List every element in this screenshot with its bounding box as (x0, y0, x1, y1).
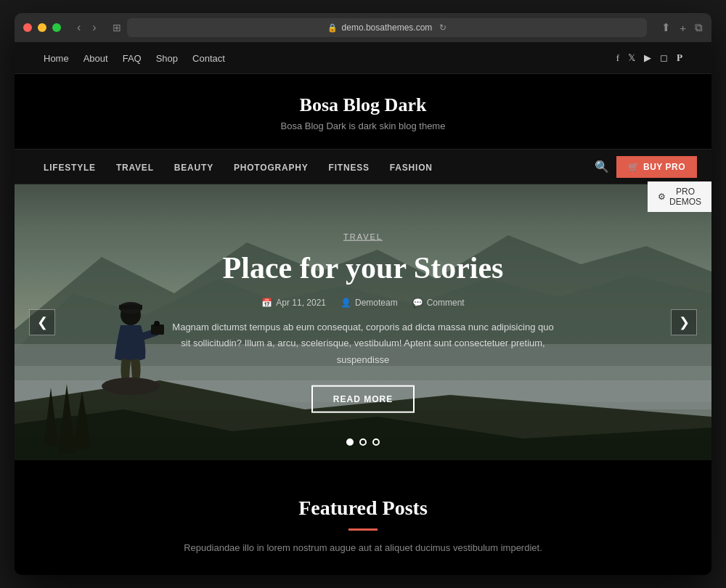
search-button[interactable]: 🔍 (595, 160, 609, 173)
hero-date: 📅 Apr 11, 2021 (261, 298, 326, 308)
top-navigation: Home About FAQ Shop Contact f 𝕏 ▶ ◻ 𝐏 (15, 42, 711, 74)
back-button[interactable]: ‹ (73, 20, 85, 36)
site-header: Bosa Blog Dark Bosa Blog Dark is dark sk… (15, 74, 711, 150)
hero-title: Place for your Stories (145, 250, 581, 286)
category-navigation: LIFESTYLE TRAVEL BEAUTY PHOTOGRAPHY FITN… (15, 150, 711, 184)
category-links: LIFESTYLE TRAVEL BEAUTY PHOTOGRAPHY FITN… (44, 160, 433, 173)
instagram-icon[interactable]: ◻ (660, 52, 668, 64)
site-title: Bosa Blog Dark (44, 94, 682, 116)
lock-icon: 🔒 (327, 23, 338, 33)
slider-next-arrow[interactable]: ❯ (671, 309, 697, 335)
gear-icon: ⚙ (658, 192, 666, 202)
browser-window: ‹ › ⊞ 🔒 demo.bosathemes.com ↻ ⬆ + ⧉ Home… (15, 13, 711, 575)
browser-toolbar-right: ⬆ + ⧉ (661, 21, 703, 34)
pinterest-icon[interactable]: 𝐏 (677, 52, 682, 64)
hero-author: 👤 Demoteam (340, 298, 398, 308)
forward-button[interactable]: › (88, 20, 100, 36)
featured-posts-title: Featured Posts (44, 497, 682, 520)
site-tagline: Bosa Blog Dark is dark skin blog theme (44, 121, 682, 131)
address-text: demo.bosathemes.com (342, 23, 433, 33)
maximize-button[interactable] (52, 23, 61, 32)
nav-faq[interactable]: FAQ (123, 53, 142, 64)
cart-icon: 🛒 (628, 162, 640, 172)
featured-divider (348, 528, 378, 531)
browser-titlebar: ‹ › ⊞ 🔒 demo.bosathemes.com ↻ ⬆ + ⧉ (15, 13, 711, 42)
pro-demos-button[interactable]: ⚙ PRO DEMOS (648, 181, 711, 212)
slider-dot-3[interactable] (372, 438, 380, 446)
close-button[interactable] (23, 23, 32, 32)
window-icon: ⊞ (113, 22, 121, 34)
slider-dot-2[interactable] (359, 438, 367, 446)
hero-category[interactable]: TRAVEL (145, 232, 581, 241)
top-nav-links: Home About FAQ Shop Contact (44, 52, 225, 65)
minimize-button[interactable] (38, 23, 46, 32)
tabs-button[interactable]: ⧉ (695, 21, 703, 34)
address-bar[interactable]: 🔒 demo.bosathemes.com ↻ (127, 18, 648, 37)
pro-demos-label: PRO DEMOS (669, 187, 701, 207)
buy-pro-label: BUY PRO (643, 162, 685, 172)
calendar-icon: 📅 (261, 298, 272, 308)
cat-photography[interactable]: PHOTOGRAPHY (234, 163, 309, 173)
cat-travel[interactable]: TRAVEL (116, 163, 154, 173)
featured-description: Repudiandae illo in lorem nostrum augue … (182, 542, 544, 553)
social-icons: f 𝕏 ▶ ◻ 𝐏 (616, 52, 682, 64)
nav-about[interactable]: About (83, 53, 108, 64)
hero-content: TRAVEL Place for your Stories 📅 Apr 11, … (145, 232, 581, 413)
cat-lifestyle[interactable]: LIFESTYLE (44, 163, 96, 173)
slider-dot-1[interactable] (346, 438, 354, 446)
nav-contact[interactable]: Contact (192, 53, 225, 64)
hero-meta: 📅 Apr 11, 2021 👤 Demoteam 💬 Comment (145, 298, 581, 308)
slider-dots (346, 438, 380, 446)
reload-icon: ↻ (439, 23, 446, 33)
featured-posts-section: Featured Posts Repudiandae illo in lorem… (15, 460, 711, 575)
twitter-icon[interactable]: 𝕏 (628, 52, 635, 64)
category-nav-right: 🔍 🛒 BUY PRO (595, 156, 697, 178)
browser-nav-buttons: ‹ › (73, 20, 101, 36)
new-tab-button[interactable]: + (680, 21, 686, 34)
share-button[interactable]: ⬆ (661, 21, 671, 34)
comment-icon: 💬 (412, 298, 423, 308)
read-more-button[interactable]: READ MORE (311, 385, 415, 412)
youtube-icon[interactable]: ▶ (644, 52, 651, 64)
website-content: Home About FAQ Shop Contact f 𝕏 ▶ ◻ 𝐏 Bo… (15, 42, 711, 575)
buy-pro-button[interactable]: 🛒 BUY PRO (616, 156, 697, 178)
nav-home[interactable]: Home (44, 53, 69, 64)
facebook-icon[interactable]: f (616, 52, 619, 64)
cat-fitness[interactable]: FITNESS (329, 163, 370, 173)
cat-beauty[interactable]: BEAUTY (174, 163, 213, 173)
nav-shop[interactable]: Shop (156, 53, 178, 64)
hero-excerpt: Magnam dictumst tempus ab eum consequat,… (167, 319, 559, 367)
slider-prev-arrow[interactable]: ❮ (29, 309, 55, 335)
hero-comment: 💬 Comment (412, 298, 465, 308)
hero-slider: TRAVEL Place for your Stories 📅 Apr 11, … (15, 184, 711, 460)
user-icon: 👤 (340, 298, 351, 308)
cat-fashion[interactable]: FASHION (390, 163, 433, 173)
